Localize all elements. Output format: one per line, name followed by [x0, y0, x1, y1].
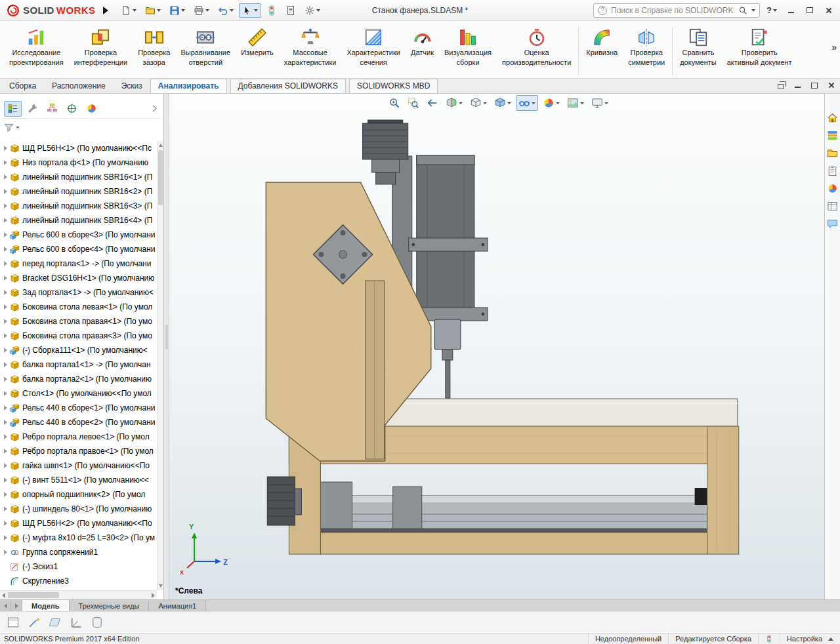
dropdown-caret-icon[interactable]	[254, 9, 258, 12]
sketch-tool-button[interactable]	[28, 616, 41, 629]
drawing-tool-button[interactable]	[7, 616, 20, 629]
scroll-down-arrow-icon[interactable]	[159, 584, 163, 588]
dropdown-caret-icon[interactable]	[181, 9, 185, 12]
tree-horizontal-scrollbar[interactable]	[0, 590, 157, 599]
expand-arrow-icon[interactable]	[4, 261, 7, 266]
tree-tab-configurationmanager[interactable]	[43, 101, 61, 117]
expand-arrow-icon[interactable]	[4, 449, 7, 454]
scroll-left-arrow-icon[interactable]	[2, 593, 5, 598]
previous-view-button[interactable]	[424, 95, 441, 111]
close-button[interactable]	[822, 4, 836, 17]
scroll-right-arrow-icon[interactable]	[152, 593, 155, 598]
zoom-to-area-button[interactable]	[405, 95, 422, 111]
hide-show-items-button[interactable]	[516, 95, 538, 111]
tree-item[interactable]: линейный подшипник SBR16<1> (П	[0, 170, 157, 184]
expand-arrow-icon[interactable]	[4, 174, 7, 180]
dropdown-caret-icon[interactable]	[483, 102, 487, 104]
ribbon-curvature-button[interactable]: Кривизна	[581, 24, 623, 69]
ribbon-hole-align-button[interactable]: Выравниваниеотверстий	[175, 24, 236, 69]
tree-item[interactable]: Рельс 440 в сборе<1> (По умолчани	[0, 401, 157, 415]
tree-item[interactable]: Рельс 600 в сборе<4> (По умолчани	[0, 242, 157, 256]
tree-tab-displaymanager[interactable]	[83, 101, 100, 117]
tree-item[interactable]: линейный подшипник SBR16<3> (П	[0, 199, 157, 213]
display-style-button[interactable]	[492, 95, 514, 111]
tree-item[interactable]: Боковина стола правая<3> (По умо	[0, 329, 157, 343]
doc-minimize-button[interactable]	[793, 80, 802, 91]
tree-item[interactable]: ШД PL56H<2> (По умолчанию<<По	[0, 516, 157, 531]
ribbon-section-props-button[interactable]: Характеристикисечения	[341, 24, 406, 69]
tree-tab-dimxpertmanager[interactable]	[63, 101, 81, 117]
dropdown-caret-icon[interactable]	[133, 9, 136, 12]
expand-arrow-icon[interactable]	[4, 232, 7, 237]
ribbon-tab[interactable]: Добавления SOLIDWORKS	[230, 79, 346, 93]
undo-button[interactable]	[215, 3, 237, 18]
filter-caret-icon[interactable]	[16, 127, 20, 129]
tree-item[interactable]: Рельс 600 в сборе<3> (По умолчани	[0, 228, 157, 242]
tree-item[interactable]: Боковина стола правая<1> (По умо	[0, 314, 157, 329]
ribbon-clearance-button[interactable]: Проверказазора	[133, 24, 175, 69]
tree-item[interactable]: Низ портала ф<1> (По умолчанию	[0, 155, 157, 170]
tree-item[interactable]: Ребро портала левое<1> (По умол	[0, 430, 157, 444]
expand-arrow-icon[interactable]	[4, 304, 7, 310]
search-dropdown-caret-icon[interactable]	[751, 9, 755, 12]
dropdown-caret-icon[interactable]	[604, 102, 608, 104]
splitter-grip[interactable]	[165, 325, 168, 350]
expand-arrow-icon[interactable]	[4, 420, 7, 425]
solidworks-forum-button[interactable]	[827, 218, 838, 230]
ribbon-mass-props-button[interactable]: Массовыехарактеристики	[279, 24, 342, 69]
tab-scroll-right-button[interactable]	[11, 600, 22, 611]
tree-item[interactable]: (-) винт 5511<1> (По умолчанию<<	[0, 473, 157, 487]
tree-item[interactable]: Группа сопряжений1	[0, 545, 157, 559]
expand-arrow-icon[interactable]	[4, 160, 7, 165]
expand-arrow-icon[interactable]	[4, 405, 7, 411]
dropdown-caret-icon[interactable]	[459, 102, 463, 104]
doc-tab[interactable]: Трехмерные виды	[70, 600, 150, 611]
rebuild-button[interactable]	[263, 3, 280, 18]
solid-tool-button[interactable]	[91, 616, 104, 629]
tree-item[interactable]: (-) шпиндель 80<1> (По умолчанию	[0, 502, 157, 516]
status-settings[interactable]: Настройка	[780, 634, 840, 644]
scrollbar-thumb[interactable]	[8, 592, 59, 598]
panel-splitter[interactable]	[164, 94, 169, 599]
open-document-button[interactable]	[142, 3, 164, 18]
dropdown-caret-icon[interactable]	[532, 102, 536, 104]
dropdown-caret-icon[interactable]	[316, 9, 320, 12]
zoom-to-fit-button[interactable]	[386, 95, 403, 111]
panel-expand-chevron-icon[interactable]	[150, 106, 157, 112]
tree-item[interactable]: Зад портала<1> -> (По умолчанию<	[0, 285, 157, 300]
tree-item[interactable]: (-) муфта 8x10 d=25 L=30<2> (По ум	[0, 531, 157, 545]
expand-arrow-icon[interactable]	[4, 463, 7, 468]
ribbon-overflow-chevron[interactable]: »	[831, 42, 837, 52]
tree-vertical-scrollbar[interactable]	[157, 141, 163, 590]
filter-funnel-icon[interactable]	[4, 123, 14, 132]
expand-arrow-icon[interactable]	[4, 146, 7, 151]
ribbon-tab[interactable]: Эскиз	[114, 79, 150, 93]
dropdown-caret-icon[interactable]	[580, 102, 584, 104]
tree-item[interactable]: ШД PL56H<1> (По умолчанию<<Пс	[0, 141, 157, 155]
expand-arrow-icon[interactable]	[4, 521, 7, 526]
ribbon-sensor-button[interactable]: Датчик	[406, 24, 439, 69]
expand-arrow-icon[interactable]	[4, 218, 7, 223]
select-button[interactable]	[239, 3, 261, 18]
view-settings-button[interactable]	[589, 95, 611, 111]
tree-item[interactable]: опорный подшипник<2> (По умол	[0, 487, 157, 502]
expand-arrow-icon[interactable]	[4, 247, 7, 252]
scroll-up-arrow-icon[interactable]	[159, 144, 163, 147]
expand-arrow-icon[interactable]	[4, 275, 7, 281]
tree-tab-featuremanager[interactable]	[4, 101, 22, 117]
ribbon-asm-viz-button[interactable]: Визуализациясборки	[439, 24, 497, 69]
tree-tab-propertymanager[interactable]	[24, 101, 41, 117]
ribbon-symmetry-button[interactable]: Проверкасимметрии	[623, 24, 670, 69]
doc-close-button[interactable]	[827, 80, 836, 91]
dropdown-caret-icon[interactable]	[507, 102, 511, 104]
doc-restore-button[interactable]	[776, 80, 785, 91]
view-palette-button[interactable]	[827, 165, 838, 176]
menu-flyout-arrow-icon[interactable]	[103, 7, 108, 14]
expand-arrow-icon[interactable]	[4, 348, 7, 353]
file-explorer-button[interactable]	[827, 148, 838, 159]
ribbon-performance-button[interactable]: Оценкапроизводительности	[497, 24, 576, 69]
expand-arrow-icon[interactable]	[4, 319, 7, 324]
options-button[interactable]	[301, 3, 324, 18]
ribbon-tab[interactable]: Сборка	[1, 79, 44, 93]
tree-item[interactable]: балка портала2<1> (По умолчанию	[0, 372, 157, 386]
